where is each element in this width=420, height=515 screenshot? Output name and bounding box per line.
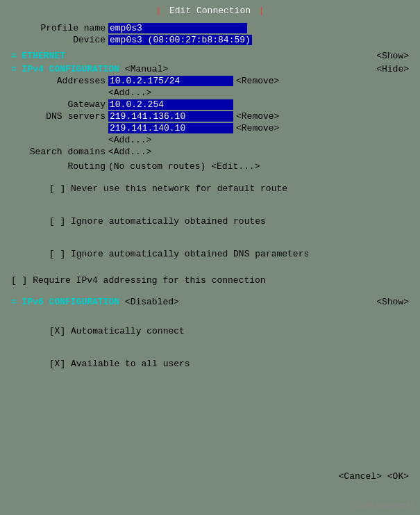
profile-name-label: Profile name [11, 23, 108, 33]
bottom-buttons: <Cancel> <OK> [339, 471, 409, 482]
dns1-value[interactable]: 219.141.136.10 [108, 111, 233, 122]
address-add-row: <Add...> [11, 88, 409, 98]
ipv6-header-label: = IPv6 CONFIGURATION [11, 297, 119, 307]
require-ipv4-label[interactable]: [ ] Require IPv4 addressing for this con… [11, 275, 266, 286]
dns-add-row: <Add...> [11, 135, 409, 145]
ignore-dns-row[interactable]: [ ] Ignore automatically obtained DNS pa… [11, 238, 409, 270]
routing-row: Routing (No custom routes) <Edit...> [11, 161, 409, 172]
dns2-value[interactable]: 219.141.140.10 [108, 123, 233, 133]
available-users-row[interactable]: [X] Available to all users [11, 348, 409, 379]
cancel-button[interactable]: <Cancel> [339, 471, 382, 482]
ipv4-section: = IPv4 CONFIGURATION <Manual> <Hide> [11, 64, 409, 74]
search-domains-label: Search domains [11, 147, 108, 157]
search-add[interactable]: <Add...> [108, 147, 151, 157]
auto-connect-label[interactable]: [X] Automatically connect [49, 326, 185, 336]
available-users-label[interactable]: [X] Available to all users [49, 359, 190, 369]
title-bar: Edit Connection [0, 0, 420, 19]
watermark: CSDN @yinwaner [356, 502, 414, 509]
require-ipv4-row[interactable]: [ ] Require IPv4 addressing for this con… [11, 275, 409, 286]
device-row: Device emp0s3 (08:00:27:b8:84:59) [11, 35, 409, 45]
dns1-row: DNS servers 219.141.136.10 <Remove> [11, 111, 409, 122]
device-label: Device [11, 35, 108, 45]
ipv6-section: = IPv6 CONFIGURATION <Disabled> <Show> [11, 297, 409, 307]
device-value[interactable]: emp0s3 (08:00:27:b8:84:59) [108, 35, 252, 45]
ipv6-mode: <Disabled> [125, 297, 179, 307]
dns2-row: 219.141.140.10 <Remove> [11, 123, 409, 133]
ignore-dns-label[interactable]: [ ] Ignore automatically obtained DNS pa… [49, 249, 309, 259]
content-area: Profile name emp0s3 Device emp0s3 (08:00… [0, 19, 420, 384]
gateway-row: Gateway 10.0.2.254 [11, 99, 409, 110]
addresses-label: Addresses [11, 76, 108, 86]
gateway-label: Gateway [11, 99, 108, 110]
ignore-routes-row[interactable]: [ ] Ignore automatically obtained routes [11, 206, 409, 237]
window: Edit Connection Profile name emp0s3 Devi… [0, 0, 420, 515]
ipv4-header-left: = IPv4 CONFIGURATION <Manual> [11, 64, 168, 74]
gateway-value[interactable]: 10.0.2.254 [108, 99, 233, 110]
dns1-remove[interactable]: <Remove> [236, 111, 279, 122]
dns2-remove[interactable]: <Remove> [236, 123, 279, 133]
profile-name-value[interactable]: emp0s3 [108, 23, 247, 33]
dns-label: DNS servers [11, 111, 108, 122]
window-title: Edit Connection [169, 6, 251, 16]
never-use-label[interactable]: [ ] Never use this network for default r… [49, 183, 287, 194]
ethernet-header: = ETHERNET [11, 51, 65, 61]
address-add[interactable]: <Add...> [108, 88, 151, 98]
routing-value[interactable]: (No custom routes) <Edit...> [108, 161, 260, 172]
profile-name-row: Profile name emp0s3 [11, 23, 409, 33]
routing-label: Routing [11, 161, 108, 172]
search-domains-row: Search domains <Add...> [11, 147, 409, 157]
address-remove[interactable]: <Remove> [236, 76, 279, 86]
ethernet-section: = ETHERNET <Show> [11, 51, 409, 61]
ipv6-show[interactable]: <Show> [376, 297, 409, 307]
dns-add[interactable]: <Add...> [108, 135, 151, 145]
never-use-row[interactable]: [ ] Never use this network for default r… [11, 173, 409, 204]
ipv4-hide[interactable]: <Hide> [376, 64, 409, 74]
ipv4-header-label: = IPv4 CONFIGURATION [11, 64, 119, 74]
ok-button[interactable]: <OK> [387, 471, 409, 482]
auto-connect-row[interactable]: [X] Automatically connect [11, 316, 409, 347]
address-value[interactable]: 10.0.2.175/24 [108, 76, 233, 86]
ipv6-header-left: = IPv6 CONFIGURATION <Disabled> [11, 297, 179, 307]
ethernet-show[interactable]: <Show> [376, 51, 409, 61]
addresses-row: Addresses 10.0.2.175/24 <Remove> [11, 76, 409, 86]
ipv4-mode: <Manual> [125, 64, 168, 74]
ignore-routes-label[interactable]: [ ] Ignore automatically obtained routes [49, 216, 266, 227]
